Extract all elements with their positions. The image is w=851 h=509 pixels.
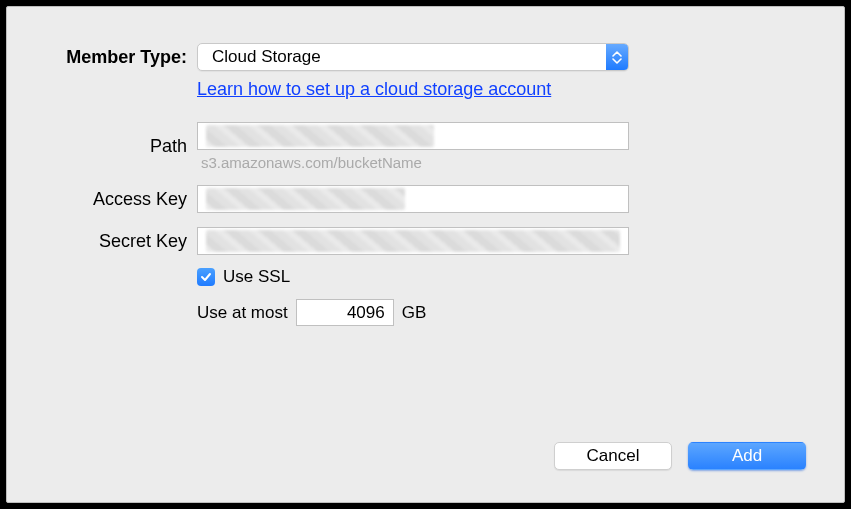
path-hint: s3.amazonaws.com/bucketName [201,154,629,171]
secret-key-row: Secret Key [7,227,844,255]
path-input[interactable] [197,122,629,150]
select-stepper-icon [606,44,628,70]
path-row: Path s3.amazonaws.com/bucketName [7,122,844,171]
use-ssl-label: Use SSL [223,267,290,287]
setup-cloud-link[interactable]: Learn how to set up a cloud storage acco… [197,79,551,99]
member-type-label: Member Type: [7,47,197,68]
member-type-value: Cloud Storage [212,47,321,67]
redacted-content [206,188,405,210]
use-at-most-label: Use at most [197,303,288,323]
access-key-row: Access Key [7,185,844,213]
use-at-most-row: Use at most 4096 GB [7,299,844,326]
path-label: Path [7,136,197,157]
dialog-window: Member Type: Cloud Storage Learn how to … [6,6,845,503]
access-key-input[interactable] [197,185,629,213]
use-ssl-checkbox[interactable] [197,268,215,286]
redacted-content [206,230,620,252]
cancel-button[interactable]: Cancel [554,442,672,470]
help-link-row: Learn how to set up a cloud storage acco… [7,79,844,100]
max-usage-input[interactable]: 4096 [296,299,394,326]
access-key-label: Access Key [7,189,197,210]
use-ssl-row: Use SSL [7,267,844,287]
member-type-select[interactable]: Cloud Storage [197,43,629,71]
secret-key-input[interactable] [197,227,629,255]
dialog-buttons: Cancel Add [554,442,806,470]
secret-key-label: Secret Key [7,231,197,252]
gb-label: GB [402,303,427,323]
add-button[interactable]: Add [688,442,806,470]
member-type-row: Member Type: Cloud Storage [7,43,844,71]
redacted-content [206,125,434,147]
